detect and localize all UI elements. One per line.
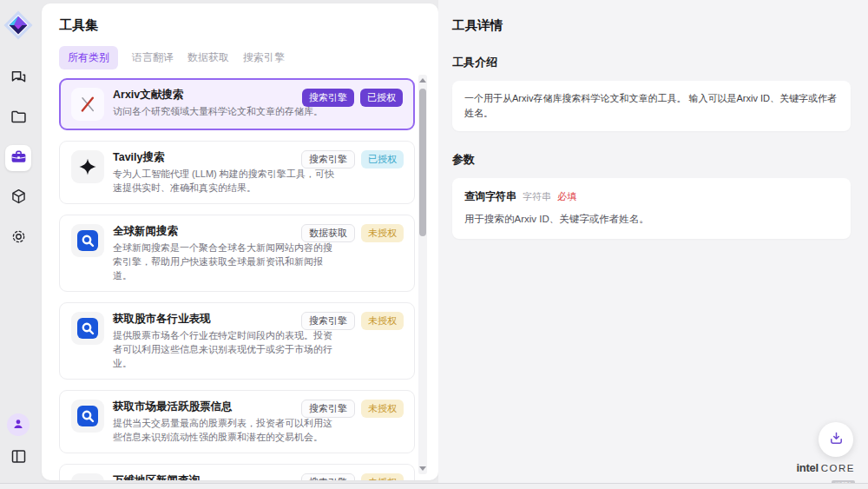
scroll-down-arrow[interactable] <box>419 466 426 471</box>
list-scrollbar[interactable] <box>418 75 427 474</box>
auth-badge: 未授权 <box>361 224 404 242</box>
cube-icon <box>10 188 28 208</box>
tool-description: 专为人工智能代理 (LLM) 构建的搜索引擎工具，可快速提供实时、准确和真实的结… <box>113 167 340 195</box>
category-badge: 搜索引擎 <box>301 473 355 480</box>
sidebar-item-packages[interactable] <box>5 185 31 211</box>
intro-card: 一个用于从Arxiv存储库搜索科学论文和文章的工具。 输入可以是Arxiv ID… <box>452 81 851 131</box>
param-description: 用于搜索的Arxiv ID、关键字或作者姓名。 <box>464 212 838 226</box>
sidebar-item-tools[interactable] <box>5 145 31 171</box>
category-badge: 搜索引擎 <box>301 400 355 418</box>
tool-badges: 搜索引擎 已授权 <box>302 89 403 107</box>
tool-card-global-news[interactable]: 全球新闻搜索 全球新闻搜索是一个聚合全球各大新闻网站内容的搜索引擎，帮助用户快速… <box>59 215 415 292</box>
panel-toggle-icon <box>10 447 28 468</box>
category-tabs: 所有类别 语言翻译 数据获取 搜索引擎 <box>59 46 421 69</box>
download-icon <box>828 430 845 449</box>
gear-icon <box>10 228 28 248</box>
sidebar-item-chat[interactable] <box>5 65 31 91</box>
tab-language-translation[interactable]: 语言翻译 <box>132 46 174 69</box>
tool-card-regional-news[interactable]: 万维地区新闻查询 查询具体行政区划内的新闻，快速了解各地新闻动 搜索引擎 未授权 <box>59 464 415 480</box>
blue-search-icon <box>71 224 104 257</box>
detail-title: 工具详情 <box>452 17 851 34</box>
auth-badge: 未授权 <box>361 400 404 418</box>
tab-search-engine[interactable]: 搜索引擎 <box>243 46 285 69</box>
intel-wordmark: intel <box>797 462 819 473</box>
user-avatar-icon <box>11 417 25 433</box>
tool-description: 提供当天交易量最高的股票列表，投资者可以利用这些信息来识别流动性强的股票和潜在的… <box>113 416 340 444</box>
blue-search-icon <box>71 400 104 433</box>
tools-panel: 工具集 所有类别 语言翻译 数据获取 搜索引擎 Arxiv文献搜索 访问各个研究… <box>42 3 438 480</box>
newspaper-icon <box>71 473 104 480</box>
tool-card-stock-sectors[interactable]: 获取股市各行业表现 提供股票市场各个行业在特定时间段内的表现。投资者可以利用这些… <box>59 302 415 380</box>
tool-badges: 搜索引擎 已授权 <box>301 150 404 169</box>
auth-badge: 未授权 <box>361 473 404 480</box>
chat-icon <box>10 68 28 89</box>
sidebar-bottom <box>5 413 31 471</box>
tool-badges: 数据获取 未授权 <box>301 224 404 242</box>
tool-badges: 搜索引擎 未授权 <box>301 312 404 330</box>
category-badge: 搜索引擎 <box>301 150 355 169</box>
tool-description: 全球新闻搜索是一个聚合全球各大新闻网站内容的搜索引擎，帮助用户快速获取全球最新资… <box>113 241 340 282</box>
tab-data-acquisition[interactable]: 数据获取 <box>187 46 229 69</box>
category-badge: 搜索引擎 <box>302 89 354 107</box>
param-card: 查询字符串 字符串 必填 用于搜索的Arxiv ID、关键字或作者姓名。 <box>452 178 851 239</box>
tool-description: 提供股票市场各个行业在特定时间段内的表现。投资者可以利用这些信息来识别表现优于或… <box>113 328 340 370</box>
tab-all-categories[interactable]: 所有类别 <box>59 46 118 69</box>
download-button[interactable] <box>819 422 853 457</box>
user-avatar[interactable] <box>7 413 30 436</box>
scroll-thumb[interactable] <box>419 89 426 236</box>
tool-card-arxiv[interactable]: Arxiv文献搜索 访问各个研究领域大量科学论文和文章的存储库。 搜索引擎 已授… <box>59 78 415 130</box>
sidebar-item-files[interactable] <box>5 105 31 131</box>
page-title: 工具集 <box>59 17 421 34</box>
tool-badges: 搜索引擎 未授权 <box>301 400 404 418</box>
param-required-badge: 必填 <box>557 190 576 203</box>
window-bottom-bar <box>0 483 868 489</box>
tool-card-tavily[interactable]: Tavily搜索 专为人工智能代理 (LLM) 构建的搜索引擎工具，可快速提供实… <box>59 141 415 204</box>
intro-heading: 工具介绍 <box>452 55 851 70</box>
arxiv-icon <box>71 88 104 121</box>
auth-badge: 已授权 <box>361 150 404 169</box>
sidebar <box>0 0 36 483</box>
tool-card-active-stocks[interactable]: 获取市场最活跃股票信息 提供当天交易量最高的股票列表，投资者可以利用这些信息来识… <box>59 390 415 453</box>
core-wordmark: core <box>821 464 855 474</box>
category-badge: 搜索引擎 <box>301 312 355 330</box>
panel-toggle-button[interactable] <box>5 445 31 471</box>
param-head: 查询字符串 字符串 必填 <box>464 189 838 204</box>
auth-badge: 已授权 <box>360 89 403 107</box>
tool-badges: 搜索引擎 未授权 <box>301 473 404 480</box>
param-name: 查询字符串 <box>464 189 516 204</box>
toolbox-icon <box>10 148 28 169</box>
param-type: 字符串 <box>523 190 551 203</box>
folder-icon <box>10 108 28 129</box>
auth-badge: 未授权 <box>361 312 404 330</box>
blue-search-icon <box>71 312 104 345</box>
params-heading: 参数 <box>452 152 851 168</box>
sidebar-nav <box>5 65 31 251</box>
sidebar-item-settings[interactable] <box>5 225 31 251</box>
tool-list: Arxiv文献搜索 访问各个研究领域大量科学论文和文章的存储库。 搜索引擎 已授… <box>59 78 415 480</box>
tool-detail-panel: 工具详情 工具介绍 一个用于从Arxiv存储库搜索科学论文和文章的工具。 输入可… <box>438 0 868 483</box>
app-logo-icon[interactable] <box>3 10 34 41</box>
sparkle-icon <box>71 150 104 183</box>
intro-text: 一个用于从Arxiv存储库搜索科学论文和文章的工具。 输入可以是Arxiv ID… <box>464 91 838 121</box>
category-badge: 数据获取 <box>301 224 355 242</box>
scroll-up-arrow[interactable] <box>419 78 426 83</box>
